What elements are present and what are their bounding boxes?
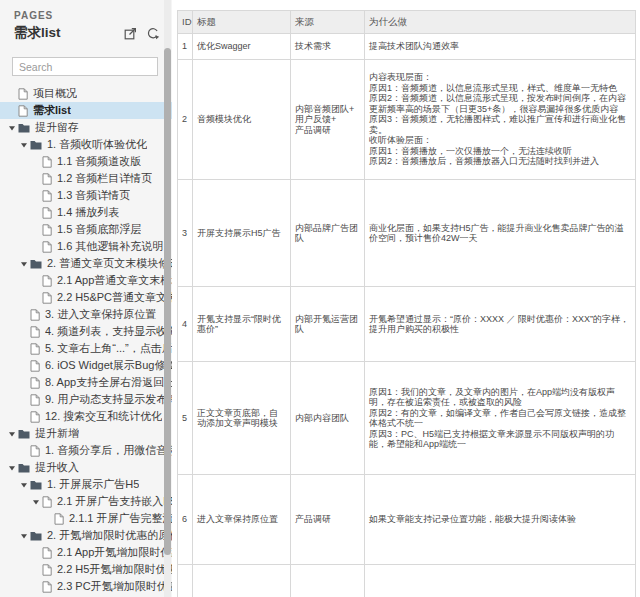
tree-doc-item[interactable]: 1.1 音频频道改版 xyxy=(0,153,172,170)
document-icon xyxy=(42,564,52,576)
document-icon xyxy=(30,377,40,389)
app-window: PAGES 需求list 项目概 xyxy=(0,0,640,597)
tree-doc-item[interactable]: 2.1 App普通文章文末模块修 xyxy=(0,272,172,289)
page-tree: 项目概况需求list提升留存1. 音频收听体验优化1.1 音频频道改版1.2 音… xyxy=(0,85,172,595)
tree-item-label: 4. 频道列表，支持显示收藏数 xyxy=(45,324,172,339)
tree-doc-item[interactable]: 需求list xyxy=(0,102,172,119)
sidebar: PAGES 需求list 项目概 xyxy=(0,0,172,597)
chevron-down-icon[interactable] xyxy=(18,141,30,149)
refresh-icon[interactable] xyxy=(146,27,160,40)
tree-item-label: 2.3 PC开氪增加限时优惠的 xyxy=(57,579,172,594)
document-icon xyxy=(42,547,52,559)
sidebar-scrollbar[interactable] xyxy=(164,0,171,597)
folder-icon xyxy=(30,531,42,541)
chevron-down-icon[interactable] xyxy=(18,481,30,489)
tree-item-label: 1.6 其他逻辑补充说明 xyxy=(57,239,163,254)
column-header-why: 为什么做 xyxy=(365,11,636,34)
tree-doc-item[interactable]: 项目概况 xyxy=(0,85,172,102)
sidebar-scrollbar-thumb[interactable] xyxy=(164,48,171,555)
tree-folder-item[interactable]: 1. 开屏展示广告H5 xyxy=(0,476,172,493)
cell-why: 如果文章能支持记录位置功能，能极大提升阅读体验 xyxy=(365,475,636,565)
tree-folder-item[interactable]: 2. 普通文章页文末模块修改 xyxy=(0,255,172,272)
tree-doc-item[interactable]: 8. App支持全屏右滑返回上一级 xyxy=(0,374,172,391)
tree-folder-item[interactable]: 1. 音频收听体验优化 xyxy=(0,136,172,153)
document-icon xyxy=(42,292,52,304)
tree-folder-item[interactable]: 提升留存 xyxy=(0,119,172,136)
tree-doc-item[interactable]: 1.2 音频栏目详情页 xyxy=(0,170,172,187)
cell-id xyxy=(178,565,193,597)
folder-icon xyxy=(30,480,42,490)
tree-item-label: 2.1 开屏广告支持嵌入h5 xyxy=(57,494,172,509)
page-title: 需求list xyxy=(14,24,61,42)
cell-id: 3 xyxy=(178,180,193,287)
tree-item-label: 2. 开氪增加限时优惠的原价字样 xyxy=(47,528,172,543)
requirements-table: ID 标题 来源 为什么做 1优化Swagger技术需求提高技术团队沟通效率2音… xyxy=(177,10,636,597)
tree-item-label: 1.2 音频栏目详情页 xyxy=(57,171,152,186)
tree-doc-item[interactable]: 3. 进入文章保持原位置 xyxy=(0,306,172,323)
tree-item-label: 8. App支持全屏右滑返回上一级 xyxy=(45,375,172,390)
tree-doc-item[interactable]: 1.6 其他逻辑补充说明 xyxy=(0,238,172,255)
tree-item-label: 需求list xyxy=(33,103,71,118)
tree-item-label: 12. 搜索交互和统计优化 xyxy=(45,409,162,424)
export-icon[interactable] xyxy=(124,27,137,40)
chevron-down-icon[interactable] xyxy=(18,260,30,268)
tree-doc-item[interactable]: 12. 搜索交互和统计优化 xyxy=(0,408,172,425)
cell-title: 开氪支持显示“限时优惠价” xyxy=(193,287,291,362)
tree-folder-item[interactable]: 提升收入 xyxy=(0,459,172,476)
document-icon xyxy=(30,411,40,423)
chevron-down-icon[interactable] xyxy=(6,464,18,472)
tree-item-label: 项目概况 xyxy=(33,86,77,101)
tree-doc-item[interactable]: 1.3 音频详情页 xyxy=(0,187,172,204)
table-row: 5正文文章页底部，自动添加文章声明模块内部内容团队原因1：我们的文章，及文章内的… xyxy=(178,362,636,475)
tree-item-label: 提升收入 xyxy=(35,460,79,475)
document-icon xyxy=(30,309,40,321)
folder-icon xyxy=(30,259,42,269)
cell-why: 提高技术团队沟通效率 xyxy=(365,34,636,60)
tree-doc-item[interactable]: 9. 用户动态支持显示发布评论 xyxy=(0,391,172,408)
cell-id: 2 xyxy=(178,60,193,180)
tree-doc-item[interactable]: 2.1 开屏广告支持嵌入h5 xyxy=(0,493,172,510)
document-icon xyxy=(42,207,52,219)
cell-source xyxy=(291,565,365,597)
tree-folder-item[interactable]: 2. 开氪增加限时优惠的原价字样 xyxy=(0,527,172,544)
chevron-down-icon[interactable] xyxy=(6,430,18,438)
table-row xyxy=(178,565,636,597)
tree-item-label: 6. iOS Widget展示Bug修复 xyxy=(45,358,172,373)
tree-doc-item[interactable]: 1. 音频分享后，用微信音频模块 xyxy=(0,442,172,459)
cell-title: 优化Swagger xyxy=(193,34,291,60)
chevron-down-icon[interactable] xyxy=(6,124,18,132)
tree-doc-item[interactable]: 5. 文章右上角“...”，点击后弹窗 xyxy=(0,340,172,357)
cell-source: 内部品牌广告团队 xyxy=(291,180,365,287)
table-row: 6进入文章保持原位置产品调研如果文章能支持记录位置功能，能极大提升阅读体验 xyxy=(178,475,636,565)
tree-doc-item[interactable]: 1.5 音频底部浮层 xyxy=(0,221,172,238)
tree-folder-item[interactable]: 提升新增 xyxy=(0,425,172,442)
tree-doc-item[interactable]: 2.2 H5&PC普通文章文末模块 xyxy=(0,289,172,306)
table-header-row: ID 标题 来源 为什么做 xyxy=(178,11,636,34)
folder-icon xyxy=(18,463,30,473)
tree-item-label: 2.2 H5&PC普通文章文末模块 xyxy=(57,290,172,305)
tree-item-label: 2.1 App开氪增加限时优惠的 xyxy=(57,545,172,560)
search-input[interactable] xyxy=(12,57,158,76)
tree-item-label: 1.1 音频频道改版 xyxy=(57,154,141,169)
document-icon xyxy=(30,326,40,338)
tree-doc-item[interactable]: 2.2 H5开氪增加限时优惠的 xyxy=(0,561,172,578)
tree-item-label: 提升新增 xyxy=(35,426,79,441)
folder-icon xyxy=(30,140,42,150)
table-body: 1优化Swagger技术需求提高技术团队沟通效率2音频模块优化内部音频团队+ 用… xyxy=(178,34,636,597)
tree-doc-item[interactable]: 2.1 App开氪增加限时优惠的 xyxy=(0,544,172,561)
tree-doc-item[interactable]: 6. iOS Widget展示Bug修复 xyxy=(0,357,172,374)
chevron-down-icon[interactable] xyxy=(30,498,42,506)
tree-doc-item[interactable]: 4. 频道列表，支持显示收藏数 xyxy=(0,323,172,340)
document-icon xyxy=(30,445,40,457)
tree-doc-item[interactable]: 2.3 PC开氪增加限时优惠的 xyxy=(0,578,172,595)
tree-item-label: 1.3 音频详情页 xyxy=(57,188,130,203)
chevron-down-icon[interactable] xyxy=(18,532,30,540)
tree-item-label: 2.1.1 开屏广告完整流程 xyxy=(69,511,172,526)
tree-doc-item[interactable]: 1.4 播放列表 xyxy=(0,204,172,221)
document-icon xyxy=(18,105,28,117)
pages-label: PAGES xyxy=(0,0,172,21)
document-icon xyxy=(42,241,52,253)
document-icon xyxy=(30,394,40,406)
tree-item-label: 1. 音频分享后，用微信音频模块 xyxy=(45,443,172,458)
tree-doc-item[interactable]: 2.1.1 开屏广告完整流程 xyxy=(0,510,172,527)
